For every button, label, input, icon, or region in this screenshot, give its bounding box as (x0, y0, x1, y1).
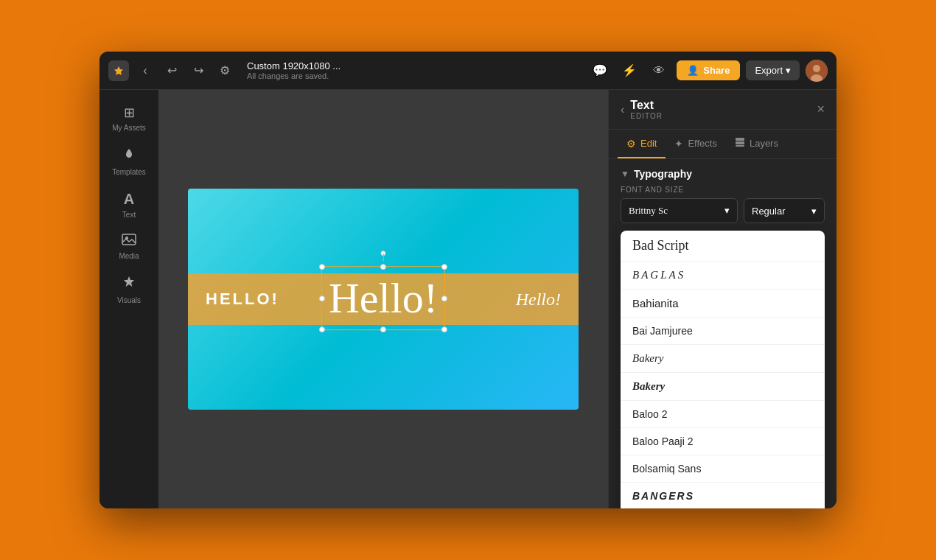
font-item-bangers1[interactable]: BANGERS (621, 483, 825, 508)
svg-rect-5 (736, 138, 744, 141)
svg-rect-3 (122, 234, 136, 245)
panel-title: Text (630, 99, 663, 112)
handle-tr[interactable] (441, 264, 447, 270)
font-row: Brittny Sc ▾ Regular ▾ (609, 198, 837, 231)
left-sidebar: ⊞ My Assets Templates A Text (99, 90, 158, 508)
font-item-baloo-paaji[interactable]: Baloo Paaji 2 (621, 428, 825, 455)
font-item-balsamic[interactable]: Bolsamiq Sans (621, 455, 825, 483)
save-status: All changes are saved. (247, 71, 582, 80)
selected-text-container[interactable]: Hello! (329, 273, 438, 323)
panel-header: ‹ Text EDITOR × (609, 90, 837, 130)
header-actions: 💬 ⚡ 👁 👤 Share Export ▾ (588, 59, 828, 83)
canvas-area[interactable]: HELLO! Hello! Hello! (158, 90, 608, 508)
svg-point-1 (813, 65, 820, 72)
right-panel: ‹ Text EDITOR × ⚙ Edit ✦ Effects (608, 90, 837, 508)
font-item-bad-script[interactable]: Bad Script (621, 231, 825, 262)
section-toggle-icon[interactable]: ▼ (621, 169, 629, 179)
back-button[interactable]: ‹ (135, 60, 156, 81)
undo-button[interactable]: ↩ (161, 60, 182, 81)
visuals-icon (122, 275, 136, 293)
tab-effects[interactable]: ✦ Effects (666, 130, 726, 158)
tab-layers[interactable]: Layers (726, 130, 787, 158)
templates-icon (122, 147, 136, 165)
settings-button[interactable]: ⚙ (214, 60, 235, 81)
tab-edit[interactable]: ⚙ Edit (618, 130, 666, 158)
font-dropdown-list: Bad Script BAGLAS Bahianita Bai Jamjuree… (621, 231, 825, 508)
export-chevron: ▾ (786, 65, 791, 76)
svg-rect-6 (736, 141, 744, 144)
share-label: Share (703, 65, 730, 76)
header-title-area: Custom 1920x1080 ... All changes are sav… (247, 60, 582, 80)
panel-subtitle: EDITOR (630, 112, 663, 120)
font-size-label: FONT AND SIZE (609, 186, 837, 198)
font-weight-chevron: ▾ (811, 206, 817, 217)
font-item-baglas[interactable]: BAGLAS (621, 262, 825, 290)
visuals-label: Visuals (117, 296, 141, 304)
font-item-bahianita[interactable]: Bahianita (621, 290, 825, 318)
font-item-bai-jamjuree[interactable]: Bai Jamjuree (621, 318, 825, 345)
handle-tc[interactable] (380, 264, 386, 270)
font-item-bakery1[interactable]: Bakery (621, 345, 825, 373)
svg-rect-7 (736, 145, 744, 147)
share-button[interactable]: 👤 Share (677, 60, 740, 80)
font-item-baloo2[interactable]: Baloo 2 (621, 401, 825, 428)
hello-left-text: HELLO! (206, 290, 279, 309)
effects-tab-icon: ✦ (674, 138, 683, 150)
redo-button[interactable]: ↪ (188, 60, 209, 81)
comment-button[interactable]: 💬 (588, 59, 612, 83)
font-weight-select[interactable]: Regular ▾ (744, 198, 825, 223)
templates-label: Templates (112, 168, 146, 176)
handle-mr[interactable] (441, 295, 447, 301)
font-dropdown: Bad Script BAGLAS Bahianita Bai Jamjuree… (621, 231, 825, 508)
handle-ml[interactable] (319, 295, 325, 301)
my-assets-label: My Assets (112, 124, 146, 132)
hello-right-text: Hello! (516, 290, 561, 309)
sidebar-item-templates[interactable]: Templates (105, 141, 153, 182)
my-assets-icon: ⊞ (124, 105, 135, 121)
sidebar-item-my-assets[interactable]: ⊞ My Assets (105, 99, 153, 138)
preview-button[interactable]: 👁 (647, 59, 671, 83)
sidebar-item-text[interactable]: A Text (105, 185, 153, 225)
lightning-button[interactable]: ⚡ (618, 59, 641, 83)
font-weight-value: Regular (752, 206, 786, 217)
app-logo[interactable] (108, 60, 129, 81)
rotation-line (383, 253, 384, 261)
font-family-select[interactable]: Brittny Sc ▾ (621, 198, 738, 223)
typography-label: Typography (634, 168, 692, 180)
font-item-bakery2[interactable]: Bakery (621, 373, 825, 401)
share-icon: 👤 (687, 65, 699, 76)
panel-content: ▼ Typography FONT AND SIZE Brittny Sc ▾ … (609, 159, 837, 508)
panel-title-group: Text EDITOR (630, 99, 663, 120)
media-label: Media (119, 252, 139, 260)
sidebar-item-media[interactable]: Media (105, 228, 153, 266)
panel-back-button[interactable]: ‹ (621, 103, 624, 116)
handle-br[interactable] (441, 326, 447, 332)
header: ‹ ↩ ↪ ⚙ Custom 1920x1080 ... All changes… (99, 52, 837, 90)
effects-tab-label: Effects (688, 138, 717, 149)
selection-box (321, 266, 445, 330)
panel-header-left: ‹ Text EDITOR (621, 99, 663, 120)
handle-tl[interactable] (319, 264, 325, 270)
font-family-value: Brittny Sc (629, 205, 668, 217)
sidebar-item-visuals[interactable]: Visuals (105, 269, 153, 310)
typography-section-header: ▼ Typography (609, 159, 837, 186)
handle-bc[interactable] (380, 326, 386, 332)
export-button[interactable]: Export ▾ (746, 60, 800, 80)
media-icon (122, 234, 136, 249)
edit-tab-label: Edit (640, 138, 657, 149)
app-window: ‹ ↩ ↪ ⚙ Custom 1920x1080 ... All changes… (99, 52, 837, 508)
text-label: Text (122, 211, 136, 219)
canvas[interactable]: HELLO! Hello! Hello! (188, 189, 579, 410)
layers-tab-label: Layers (750, 138, 778, 149)
edit-tab-icon: ⚙ (626, 138, 636, 150)
layers-tab-icon (735, 137, 745, 150)
panel-tabs: ⚙ Edit ✦ Effects Layers (609, 130, 837, 159)
handle-bl[interactable] (319, 326, 325, 332)
font-family-chevron: ▾ (724, 205, 730, 217)
avatar[interactable] (806, 60, 828, 82)
export-label: Export (755, 65, 783, 76)
main-area: ⊞ My Assets Templates A Text (99, 90, 837, 508)
panel-close-button[interactable]: × (817, 102, 825, 117)
document-title: Custom 1920x1080 ... (247, 60, 582, 71)
text-icon: A (124, 191, 134, 208)
